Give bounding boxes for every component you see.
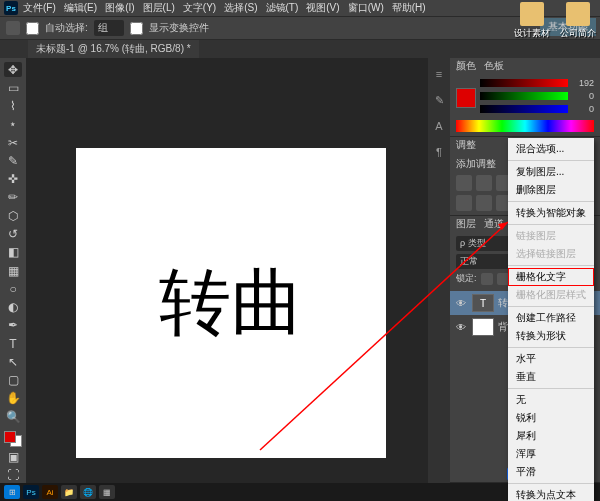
adj-levels-icon[interactable]: [476, 175, 492, 191]
lock-trans-icon[interactable]: [481, 273, 493, 285]
auto-select-label: 自动选择:: [45, 21, 88, 35]
canvas[interactable]: 转曲: [76, 148, 386, 458]
ctx-item[interactable]: 复制图层...: [508, 163, 594, 181]
ctx-item[interactable]: 水平: [508, 350, 594, 368]
b-value[interactable]: 0: [572, 104, 594, 114]
task-app-icon[interactable]: ▦: [99, 485, 115, 499]
para-panel-icon[interactable]: ¶: [431, 144, 447, 160]
menu-bar: Ps 文件(F) 编辑(E) 图像(I) 图层(L) 文字(Y) 选择(S) 滤…: [0, 0, 600, 16]
shape-tool[interactable]: ▢: [4, 373, 22, 388]
spectrum[interactable]: [456, 120, 594, 132]
context-menu: 混合选项...复制图层...删除图层转换为智能对象链接图层选择链接图层栅格化文字…: [508, 138, 594, 501]
task-ps-icon[interactable]: Ps: [23, 485, 39, 499]
history-icon[interactable]: ≡: [431, 66, 447, 82]
screenmode-tool[interactable]: ⛶: [4, 468, 22, 483]
ps-logo: Ps: [4, 1, 18, 15]
adj-brightness-icon[interactable]: [456, 175, 472, 191]
ctx-item[interactable]: 锐利: [508, 409, 594, 427]
adj-mixer-icon[interactable]: [476, 195, 492, 211]
menu-type[interactable]: 文字(Y): [180, 1, 219, 15]
ctx-item[interactable]: 犀利: [508, 427, 594, 445]
char-panel-icon[interactable]: A: [431, 118, 447, 134]
visibility-icon[interactable]: 👁: [454, 296, 468, 310]
ctx-item[interactable]: 创建工作路径: [508, 309, 594, 327]
lasso-tool[interactable]: ⌇: [4, 99, 22, 114]
adj-photo-icon[interactable]: [456, 195, 472, 211]
path-tool[interactable]: ↖: [4, 354, 22, 369]
lock-label: 锁定:: [456, 272, 477, 285]
ctx-item[interactable]: 删除图层: [508, 181, 594, 199]
eraser-tool[interactable]: ◧: [4, 245, 22, 260]
adjustments-tab[interactable]: 调整: [456, 138, 476, 152]
ctx-item: 选择链接图层: [508, 245, 594, 263]
eyedropper-tool[interactable]: ✎: [4, 153, 22, 168]
ctx-item[interactable]: 转换为点文本: [508, 486, 594, 501]
layers-tab[interactable]: 图层: [456, 217, 476, 231]
menu-window[interactable]: 窗口(W): [345, 1, 387, 15]
menu-select[interactable]: 选择(S): [221, 1, 260, 15]
move-tool-icon: [6, 21, 20, 35]
marquee-tool[interactable]: ▭: [4, 80, 22, 95]
ctx-item[interactable]: 转换为形状: [508, 327, 594, 345]
dodge-tool[interactable]: ◐: [4, 299, 22, 314]
gradient-tool[interactable]: ▦: [4, 263, 22, 278]
history-brush-tool[interactable]: ↺: [4, 226, 22, 241]
ctx-item[interactable]: 栅格化文字: [508, 268, 594, 286]
start-button[interactable]: ⊞: [4, 485, 20, 499]
g-slider[interactable]: [480, 92, 568, 100]
pen-tool[interactable]: ✒: [4, 318, 22, 333]
channels-tab[interactable]: 通道: [484, 217, 504, 231]
auto-select-dropdown[interactable]: 组: [94, 20, 124, 36]
menu-file[interactable]: 文件(F): [20, 1, 59, 15]
brush-presets-icon[interactable]: ✎: [431, 92, 447, 108]
ctx-item[interactable]: 浑厚: [508, 445, 594, 463]
blur-tool[interactable]: ○: [4, 281, 22, 296]
task-folder-icon[interactable]: 📁: [61, 485, 77, 499]
ctx-item[interactable]: 平滑: [508, 463, 594, 481]
show-transform-checkbox[interactable]: [130, 22, 143, 35]
ctx-item[interactable]: 无: [508, 391, 594, 409]
auto-select-checkbox[interactable]: [26, 22, 39, 35]
lock-pixel-icon[interactable]: [497, 273, 509, 285]
brush-tool[interactable]: ✏: [4, 190, 22, 205]
ctx-item[interactable]: 转换为智能对象: [508, 204, 594, 222]
wand-tool[interactable]: ⋆: [4, 117, 22, 132]
color-tab[interactable]: 颜色: [456, 59, 476, 73]
b-slider[interactable]: [480, 105, 568, 113]
crop-tool[interactable]: ✂: [4, 135, 22, 150]
menu-help[interactable]: 帮助(H): [389, 1, 429, 15]
document-tabs: 未标题-1 @ 16.7% (转曲, RGB/8) *: [0, 40, 600, 58]
ctx-item[interactable]: 垂直: [508, 368, 594, 386]
ctx-item: 链接图层: [508, 227, 594, 245]
options-bar: 自动选择: 组 显示变换控件 基本功能: [0, 16, 600, 40]
canvas-area[interactable]: 转曲: [26, 58, 428, 483]
type-tool[interactable]: T: [4, 336, 22, 351]
desktop-icon[interactable]: 公司简介: [560, 2, 596, 40]
document-tab[interactable]: 未标题-1 @ 16.7% (转曲, RGB/8) *: [28, 40, 199, 58]
r-value[interactable]: 192: [572, 78, 594, 88]
move-tool[interactable]: ✥: [4, 62, 22, 77]
r-slider[interactable]: [480, 79, 568, 87]
task-ai-icon[interactable]: Ai: [42, 485, 58, 499]
bg-layer-thumb: [472, 318, 494, 336]
desktop-icon[interactable]: 设计素材: [514, 2, 550, 40]
menu-edit[interactable]: 编辑(E): [61, 1, 100, 15]
quickmask-tool[interactable]: ▣: [4, 450, 22, 465]
zoom-tool[interactable]: 🔍: [4, 409, 22, 424]
menu-view[interactable]: 视图(V): [303, 1, 342, 15]
task-browser-icon[interactable]: 🌐: [80, 485, 96, 499]
menu-filter[interactable]: 滤镜(T): [263, 1, 302, 15]
type-layer-thumb: T: [472, 294, 494, 312]
g-value[interactable]: 0: [572, 91, 594, 101]
menu-image[interactable]: 图像(I): [102, 1, 137, 15]
ctx-item[interactable]: 混合选项...: [508, 140, 594, 158]
show-transform-label: 显示变换控件: [149, 21, 209, 35]
swatches-tab[interactable]: 色板: [484, 59, 504, 73]
foreground-swatch[interactable]: [456, 88, 476, 108]
hand-tool[interactable]: ✋: [4, 391, 22, 406]
heal-tool[interactable]: ✜: [4, 172, 22, 187]
menu-layer[interactable]: 图层(L): [140, 1, 178, 15]
stamp-tool[interactable]: ⬡: [4, 208, 22, 223]
color-swatch[interactable]: [4, 431, 22, 446]
visibility-icon[interactable]: 👁: [454, 320, 468, 334]
